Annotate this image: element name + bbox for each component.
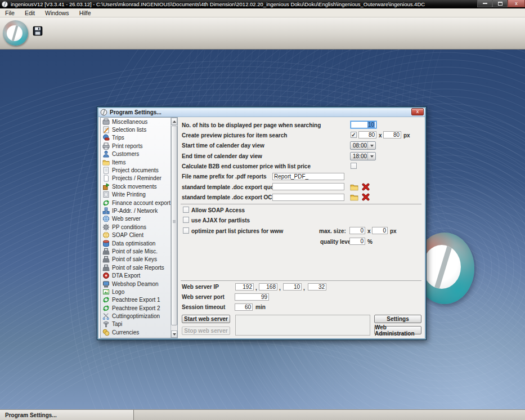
sidebar-item[interactable]: Web server (101, 215, 170, 223)
trips-icon (102, 134, 110, 141)
sidebar-item-label: Write Printing (112, 191, 146, 198)
sidebar-item[interactable]: Cuttingoptimization (101, 312, 170, 320)
sidebar-item[interactable]: Point of sale Misc. (101, 247, 170, 255)
start-web-server-button[interactable]: Start web server (182, 315, 230, 323)
sidebar-item[interactable]: Customers (101, 150, 170, 158)
pp-conditions-icon (102, 224, 110, 231)
sidebar-item[interactable]: PP conditions (101, 223, 170, 231)
sidebar-item[interactable]: Tapi (101, 320, 170, 328)
dialog-close-icon: x (416, 109, 419, 115)
preview-height-field[interactable]: 80 (383, 131, 401, 138)
delete-icon[interactable] (362, 193, 371, 201)
dialog-close-button[interactable]: x (411, 108, 424, 115)
sidebar-item-label: Peachtree Export 2 (112, 305, 160, 311)
misc-icon (102, 118, 110, 126)
ip-field-3[interactable]: 10 (283, 283, 302, 291)
pdf-prefix-field[interactable]: Report_PDF_ (272, 173, 344, 180)
scrollbar-thumb[interactable] (171, 126, 177, 325)
minimize-button[interactable] (477, 0, 492, 7)
sidebar-item[interactable]: SOAP Client (101, 231, 170, 239)
end-time-dropdown[interactable]: 18:00 (350, 152, 376, 160)
pos-icon (102, 248, 110, 255)
quality-field[interactable]: 0 (349, 238, 365, 245)
web-administration-button[interactable]: Web Administration (374, 326, 421, 334)
sidebar-item[interactable]: Currencies (101, 328, 170, 336)
tpl-oc-field[interactable] (272, 194, 344, 201)
maximize-icon (498, 2, 502, 6)
max-height-field[interactable]: 0 (372, 227, 388, 234)
sidebar-item-label: Web server (112, 216, 141, 222)
close-button[interactable]: x (508, 0, 525, 7)
port-field[interactable]: 99 (235, 293, 269, 301)
sidebar-item-label: Cuttingoptimization (112, 313, 160, 319)
ajax-checkbox[interactable] (183, 217, 189, 223)
menu-file[interactable]: File (0, 8, 20, 17)
menu-edit[interactable]: Edit (20, 8, 40, 17)
soap-checkbox[interactable] (183, 207, 189, 213)
max-width-field[interactable]: 0 (349, 227, 365, 234)
sidebar-item[interactable]: Webshop Deamon (101, 280, 170, 288)
sidebar-item-label: Items (112, 159, 125, 166)
taskbar-item-program-settings[interactable]: Program Settings... (0, 410, 134, 420)
sidebar-item-label: Data optimisation (112, 240, 155, 247)
hits-label: No. of hits to be displayed per page whe… (182, 122, 321, 128)
menu-windows[interactable]: Windows (40, 8, 74, 17)
scroll-down-icon[interactable] (171, 330, 177, 338)
hits-field[interactable]: 10 (351, 121, 376, 128)
ip-field-4[interactable]: 32 (308, 283, 326, 291)
preview-width-field[interactable]: 80 (358, 131, 376, 138)
sidebar-item[interactable]: Point of sale Reports (101, 263, 170, 271)
sidebar-item[interactable]: Sales Synchronisation (101, 337, 170, 338)
sidebar-item[interactable]: Point of sale Keys (101, 256, 170, 263)
sidebar-item[interactable]: IP-Addr. / Network (101, 207, 170, 215)
sidebar-item[interactable]: Miscellaneous (101, 118, 170, 126)
sidebar-item[interactable]: Peachtree Export 1 (101, 296, 170, 304)
maximize-button[interactable] (492, 0, 508, 7)
preview-checkbox[interactable] (351, 132, 357, 138)
save-button[interactable] (32, 26, 44, 38)
settings-button[interactable]: Settings (374, 315, 421, 323)
sidebar-item[interactable]: Print reports (101, 142, 170, 150)
timeout-field[interactable]: 60 (235, 303, 253, 311)
dialog-titlebar[interactable]: Program Settings... (98, 108, 425, 117)
sidebar-item[interactable]: Selection lists (101, 126, 170, 133)
sync-icon (102, 199, 110, 207)
b2b-checkbox[interactable] (351, 163, 357, 169)
sidebar-item[interactable]: Finance account export (101, 199, 170, 207)
divider (181, 204, 421, 204)
menu-hilfe[interactable]: Hilfe (74, 8, 96, 17)
tpl-quotation-field[interactable] (272, 183, 344, 190)
sidebar-item-label: Point of sale Reports (112, 265, 164, 271)
network-icon (102, 207, 110, 215)
browse-folder-icon[interactable] (350, 193, 359, 201)
sidebar-item[interactable]: Projects / Reminder (101, 175, 170, 182)
ip-dot: , (279, 285, 281, 291)
start-time-dropdown[interactable]: 08:00 (350, 141, 376, 150)
browse-folder-icon[interactable] (350, 183, 359, 191)
sync-icon (102, 296, 110, 303)
sidebar-item-label: IP-Addr. / Network (112, 208, 158, 214)
pos-icon (102, 264, 110, 271)
pdf-prefix-label: File name prefix for .pdf reports (182, 173, 267, 180)
optimize-checkbox[interactable] (183, 227, 189, 234)
scroll-up-icon[interactable] (171, 118, 177, 125)
sidebar-item[interactable]: Write Printing (101, 191, 170, 199)
sidebar-item[interactable]: Data optimisation (101, 239, 170, 247)
sidebar-item[interactable]: Stock movements (101, 182, 170, 190)
ip-field-2[interactable]: 168 (259, 283, 277, 291)
sidebar-item[interactable]: Trips (101, 134, 170, 142)
sidebar-item-label: Trips (112, 135, 124, 141)
optimize-label: optimize part list pictures for www (191, 228, 283, 234)
ip-field-1[interactable]: 192 (235, 283, 254, 291)
sidebar-item[interactable]: Project documents (101, 166, 170, 174)
web-server-icon (102, 215, 110, 222)
sidebar-item[interactable]: Peachtree Export 2 (101, 304, 170, 312)
sidebar-item-label: Point of sale Misc. (112, 248, 158, 254)
sidebar-item[interactable]: DTA Export (101, 271, 170, 279)
sidebar-item[interactable]: Items (101, 158, 170, 166)
chevron-down-icon (367, 153, 375, 160)
delete-icon[interactable] (362, 183, 371, 191)
sidebar-scrollbar[interactable] (170, 118, 177, 338)
sidebar-item[interactable]: Logo (101, 288, 170, 296)
stock-movements-icon (102, 183, 110, 190)
